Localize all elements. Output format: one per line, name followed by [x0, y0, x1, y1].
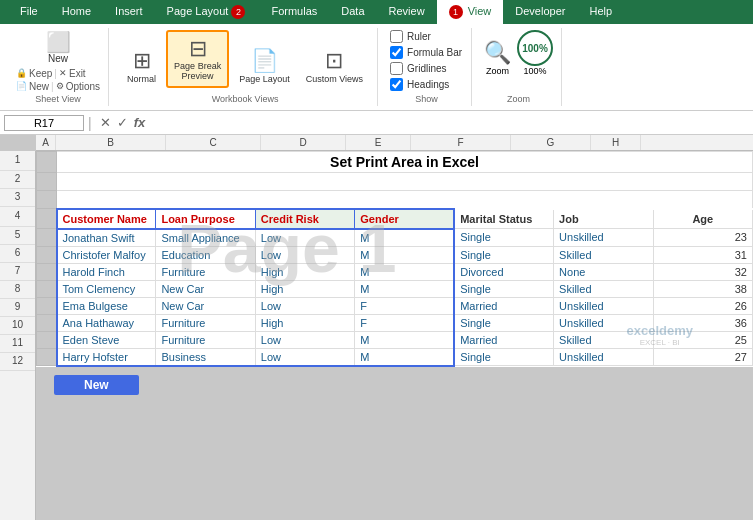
tab-data[interactable]: Data — [329, 0, 376, 24]
row-header-5[interactable]: 5 — [0, 227, 35, 245]
cell-name-6[interactable]: Christofer Malfoy — [57, 246, 156, 263]
cell-purpose-11[interactable]: Furniture — [156, 331, 255, 348]
cell-job-12[interactable]: Unskilled — [554, 348, 653, 366]
cell-purpose-12[interactable]: Business — [156, 348, 255, 366]
headings-checkbox[interactable] — [390, 78, 403, 91]
cell-job-8[interactable]: Skilled — [554, 280, 653, 297]
cell-marital-10[interactable]: Single — [454, 314, 553, 331]
cell-name-7[interactable]: Harold Finch — [57, 263, 156, 280]
cell-gender-10[interactable]: F — [355, 314, 454, 331]
row-header-2[interactable]: 2 — [0, 171, 35, 189]
cell-job-9[interactable]: Unskilled — [554, 297, 653, 314]
cell-a3[interactable] — [37, 191, 57, 209]
cell-purpose-5[interactable]: Small Appliance — [156, 229, 255, 247]
cell-purpose-8[interactable]: New Car — [156, 280, 255, 297]
cell-a7[interactable] — [37, 263, 57, 280]
col-header-g[interactable]: G — [511, 135, 591, 150]
cell-gender-5[interactable]: M — [355, 229, 454, 247]
cell-marital-8[interactable]: Single — [454, 280, 553, 297]
cell-purpose-7[interactable]: Furniture — [156, 263, 255, 280]
tab-developer[interactable]: Developer — [503, 0, 577, 24]
cell-a11[interactable] — [37, 331, 57, 348]
cell-age-5[interactable]: 23 — [653, 229, 752, 247]
cell-credit-5[interactable]: Low — [255, 229, 354, 247]
cell-name-11[interactable]: Eden Steve — [57, 331, 156, 348]
cell-marital-12[interactable]: Single — [454, 348, 553, 366]
cell-a8[interactable] — [37, 280, 57, 297]
cell-a4[interactable] — [37, 209, 57, 229]
new-small-label[interactable]: New — [29, 81, 49, 92]
headings-checkbox-row[interactable]: Headings — [390, 78, 463, 91]
cell-job-5[interactable]: Unskilled — [554, 229, 653, 247]
tab-help[interactable]: Help — [577, 0, 624, 24]
zoom-100-button[interactable]: 100% 100% — [517, 30, 553, 76]
tab-view[interactable]: 1 View — [437, 0, 504, 24]
cell-gender-12[interactable]: M — [355, 348, 454, 366]
zoom-button[interactable]: 🔍 Zoom — [484, 40, 511, 76]
cell-age-11[interactable]: 25 — [653, 331, 752, 348]
cell-a5[interactable] — [37, 229, 57, 247]
cell-age-9[interactable]: 26 — [653, 297, 752, 314]
cell-age-12[interactable]: 27 — [653, 348, 752, 366]
cell-age-10[interactable]: 36 — [653, 314, 752, 331]
keep-label[interactable]: Keep — [29, 68, 52, 79]
cell-credit-9[interactable]: Low — [255, 297, 354, 314]
cell-age-8[interactable]: 38 — [653, 280, 752, 297]
cell-age-7[interactable]: 32 — [653, 263, 752, 280]
tab-insert[interactable]: Insert — [103, 0, 155, 24]
row-header-3[interactable]: 3 — [0, 189, 35, 207]
cell-name-12[interactable]: Harry Hofster — [57, 348, 156, 366]
cell-gender-9[interactable]: F — [355, 297, 454, 314]
cell-job-11[interactable]: Skilled — [554, 331, 653, 348]
formula-input[interactable] — [153, 117, 749, 129]
cell-a2[interactable] — [37, 173, 57, 191]
cell-credit-10[interactable]: High — [255, 314, 354, 331]
cell-age-6[interactable]: 31 — [653, 246, 752, 263]
cell-a9[interactable] — [37, 297, 57, 314]
cell-credit-8[interactable]: High — [255, 280, 354, 297]
tab-formulas[interactable]: Formulas — [259, 0, 329, 24]
col-header-c[interactable]: C — [166, 135, 261, 150]
row-header-12[interactable]: 12 — [0, 353, 35, 371]
name-box[interactable] — [4, 115, 84, 131]
row-header-9[interactable]: 9 — [0, 299, 35, 317]
cell-job-7[interactable]: None — [554, 263, 653, 280]
cell-gender-8[interactable]: M — [355, 280, 454, 297]
cell-credit-12[interactable]: Low — [255, 348, 354, 366]
page-layout-button[interactable]: 📄 Page Layout — [233, 44, 296, 88]
cell-marital-6[interactable]: Single — [454, 246, 553, 263]
cell-marital-5[interactable]: Single — [454, 229, 553, 247]
cell-a1[interactable] — [37, 152, 57, 173]
tab-review[interactable]: Review — [377, 0, 437, 24]
cell-job-10[interactable]: Unskilled — [554, 314, 653, 331]
cell-job-6[interactable]: Skilled — [554, 246, 653, 263]
row-header-7[interactable]: 7 — [0, 263, 35, 281]
cell-purpose-6[interactable]: Education — [156, 246, 255, 263]
cross-icon[interactable]: ✕ — [100, 115, 111, 130]
row-header-1[interactable]: 1 — [0, 151, 35, 171]
cell-gender-7[interactable]: M — [355, 263, 454, 280]
cell-marital-11[interactable]: Married — [454, 331, 553, 348]
row-header-8[interactable]: 8 — [0, 281, 35, 299]
cell-name-5[interactable]: Jonathan Swift — [57, 229, 156, 247]
cell-marital-9[interactable]: Married — [454, 297, 553, 314]
row-header-4[interactable]: 4 — [0, 207, 35, 227]
cell-a12[interactable] — [37, 348, 57, 366]
cell-credit-6[interactable]: Low — [255, 246, 354, 263]
tab-file[interactable]: File — [8, 0, 50, 24]
exit-label[interactable]: Exit — [69, 68, 86, 79]
ruler-checkbox[interactable] — [390, 30, 403, 43]
formula-bar-checkbox-row[interactable]: Formula Bar — [390, 46, 463, 59]
cell-credit-11[interactable]: Low — [255, 331, 354, 348]
col-header-h[interactable]: H — [591, 135, 641, 150]
col-header-e[interactable]: E — [346, 135, 411, 150]
row-header-6[interactable]: 6 — [0, 245, 35, 263]
col-header-f[interactable]: F — [411, 135, 511, 150]
cell-credit-7[interactable]: High — [255, 263, 354, 280]
col-header-d[interactable]: D — [261, 135, 346, 150]
gridlines-checkbox[interactable] — [390, 62, 403, 75]
cell-a10[interactable] — [37, 314, 57, 331]
cell-name-8[interactable]: Tom Clemency — [57, 280, 156, 297]
cell-gender-6[interactable]: M — [355, 246, 454, 263]
col-header-b[interactable]: B — [56, 135, 166, 150]
